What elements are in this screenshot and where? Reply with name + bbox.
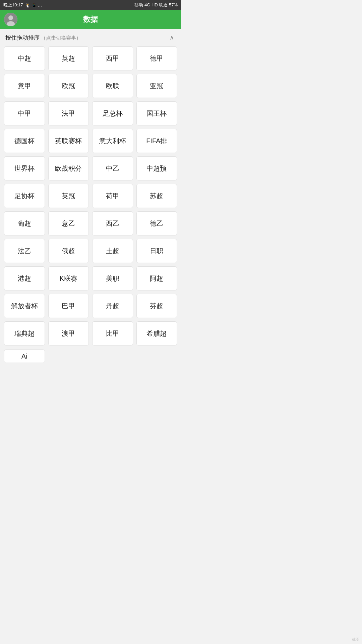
league-grid: 中超英超西甲德甲意甲欧冠欧联亚冠中甲法甲足总杯国王杯德国杯英联赛杯意大利杯FIF… <box>0 45 181 350</box>
league-item-29[interactable]: 俄超 <box>48 239 89 263</box>
league-item-30[interactable]: 土超 <box>92 239 133 263</box>
league-item-9[interactable]: 法甲 <box>48 101 89 125</box>
league-item-40[interactable]: 瑞典超 <box>4 321 45 345</box>
league-item-38[interactable]: 丹超 <box>92 294 133 318</box>
league-item-35[interactable]: 阿超 <box>136 266 177 290</box>
league-item-39[interactable]: 芬超 <box>136 294 177 318</box>
status-right: 移动 4G HD 联通 57% <box>134 2 178 8</box>
league-item-28[interactable]: 法乙 <box>4 239 45 263</box>
page-title: 数据 <box>83 14 98 24</box>
league-item-32[interactable]: 港超 <box>4 266 45 290</box>
league-item-18[interactable]: 中乙 <box>92 156 133 180</box>
league-item-27[interactable]: 德乙 <box>136 211 177 235</box>
league-item-15[interactable]: FIFA排 <box>136 129 177 153</box>
league-item-41[interactable]: 澳甲 <box>48 321 89 345</box>
league-item-5[interactable]: 欧冠 <box>48 74 89 98</box>
league-item-3[interactable]: 德甲 <box>136 46 177 70</box>
status-bar: 晚上10:17 🐧 📱 ... 移动 4G HD 联通 57% <box>0 0 181 10</box>
league-item-21[interactable]: 英冠 <box>48 184 89 208</box>
league-item-4[interactable]: 意甲 <box>4 74 45 98</box>
status-icons: 🐧 📱 ... <box>25 3 42 8</box>
league-item-36[interactable]: 解放者杯 <box>4 294 45 318</box>
league-item-6[interactable]: 欧联 <box>92 74 133 98</box>
league-item-16[interactable]: 世界杯 <box>4 156 45 180</box>
sort-main-text: 按住拖动排序 <box>5 35 40 41</box>
league-item-14[interactable]: 意大利杯 <box>92 129 133 153</box>
svg-point-1 <box>8 15 13 20</box>
league-item-37[interactable]: 巴甲 <box>48 294 89 318</box>
league-item-24[interactable]: 葡超 <box>4 211 45 235</box>
status-left: 晚上10:17 🐧 📱 ... <box>3 2 42 8</box>
league-item-partial-0[interactable]: Ai <box>4 350 45 363</box>
league-item-23[interactable]: 苏超 <box>136 184 177 208</box>
league-item-20[interactable]: 足协杯 <box>4 184 45 208</box>
league-item-1[interactable]: 英超 <box>48 46 89 70</box>
sort-bar: 按住拖动排序 （点击切换赛事） ∧ <box>0 29 181 45</box>
league-item-43[interactable]: 希腊超 <box>136 321 177 345</box>
collapse-button[interactable]: ∧ <box>168 34 176 42</box>
app-header: 数据 <box>0 10 181 29</box>
status-time: 晚上10:17 <box>3 2 23 8</box>
league-item-33[interactable]: K联赛 <box>48 266 89 290</box>
league-item-31[interactable]: 日职 <box>136 239 177 263</box>
league-item-17[interactable]: 欧战积分 <box>48 156 89 180</box>
league-item-7[interactable]: 亚冠 <box>136 74 177 98</box>
league-item-0[interactable]: 中超 <box>4 46 45 70</box>
league-item-19[interactable]: 中超预 <box>136 156 177 180</box>
sort-bar-label: 按住拖动排序 （点击切换赛事） <box>5 34 81 42</box>
league-item-25[interactable]: 意乙 <box>48 211 89 235</box>
league-item-13[interactable]: 英联赛杯 <box>48 129 89 153</box>
status-network: 移动 4G HD 联通 57% <box>134 2 178 8</box>
sort-sub-text: （点击切换赛事） <box>41 35 81 41</box>
league-item-11[interactable]: 国王杯 <box>136 101 177 125</box>
league-item-26[interactable]: 西乙 <box>92 211 133 235</box>
league-item-8[interactable]: 中甲 <box>4 101 45 125</box>
league-item-12[interactable]: 德国杯 <box>4 129 45 153</box>
league-item-10[interactable]: 足总杯 <box>92 101 133 125</box>
league-item-34[interactable]: 美职 <box>92 266 133 290</box>
avatar[interactable] <box>4 13 17 26</box>
league-item-22[interactable]: 荷甲 <box>92 184 133 208</box>
league-grid-partial: Ai <box>0 350 181 364</box>
league-item-2[interactable]: 西甲 <box>92 46 133 70</box>
league-item-42[interactable]: 比甲 <box>92 321 133 345</box>
